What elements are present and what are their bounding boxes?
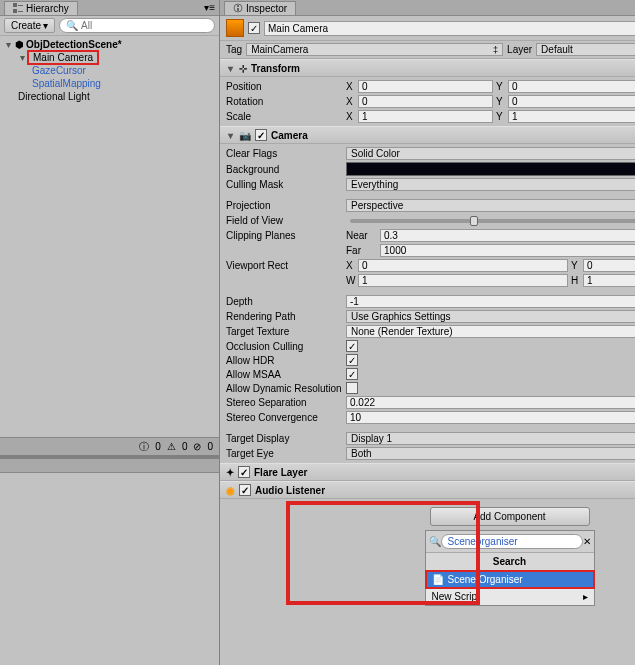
- tag-label: Tag: [226, 44, 242, 55]
- scene-root[interactable]: ▾ ⬢ ObjDetectionScene*: [0, 38, 219, 51]
- camera-header[interactable]: ▾ 📷 Camera 🛈 ⚙: [220, 126, 635, 144]
- camera-icon: 📷: [239, 130, 251, 141]
- position-x[interactable]: [358, 80, 493, 93]
- background-color[interactable]: [346, 162, 635, 176]
- rotation-x[interactable]: [358, 95, 493, 108]
- viewport-y[interactable]: [583, 259, 635, 272]
- hierarchy-tree: ▾ ⬢ ObjDetectionScene* ▾ Main Camera Gaz…: [0, 36, 219, 437]
- target-eye-dropdown[interactable]: Both: [346, 447, 635, 460]
- flare-icon: ✦: [226, 467, 234, 478]
- occlusion-checkbox[interactable]: [346, 340, 358, 352]
- warn-icon: ⚠: [167, 441, 176, 452]
- hierarchy-icon: [13, 3, 23, 13]
- expand-icon[interactable]: ▾: [226, 131, 235, 140]
- svg-rect-5: [237, 5, 239, 7]
- create-button[interactable]: Create ▾: [4, 18, 55, 33]
- stereo-sep-value[interactable]: [346, 396, 635, 409]
- hierarchy-search-input[interactable]: [81, 20, 208, 31]
- projection-dropdown[interactable]: Perspective: [346, 199, 635, 212]
- hierarchy-tab-bar: Hierarchy ▾≡: [0, 0, 219, 16]
- viewport-w[interactable]: [358, 274, 568, 287]
- tag-dropdown[interactable]: MainCamera: [246, 43, 503, 56]
- rotation-label: Rotation: [226, 96, 342, 107]
- inspector-tab[interactable]: Inspector: [224, 1, 296, 15]
- viewport-x[interactable]: [358, 259, 568, 272]
- fov-slider[interactable]: [350, 219, 635, 223]
- target-texture-field[interactable]: None (Render Texture): [346, 325, 635, 338]
- rotation-y[interactable]: [508, 95, 635, 108]
- hierarchy-search[interactable]: 🔍: [59, 18, 215, 33]
- svg-rect-0: [13, 3, 17, 7]
- transform-header[interactable]: ▾ ⊹ Transform 🛈 ⚙: [220, 59, 635, 77]
- tree-item-directional-light[interactable]: Directional Light: [14, 90, 219, 103]
- inspector-tab-label: Inspector: [246, 3, 287, 14]
- svg-rect-6: [237, 8, 239, 11]
- search-result-scene-organiser[interactable]: 📄 Scene Organiser: [426, 571, 594, 588]
- expand-icon[interactable]: ▾: [226, 64, 235, 73]
- add-component-popup: 🔍 ✕ Search 📄 Scene Organiser New Script …: [425, 530, 595, 606]
- dynres-checkbox[interactable]: [346, 382, 358, 394]
- flare-enabled-checkbox[interactable]: [238, 466, 250, 478]
- hierarchy-toolbar: Create ▾ 🔍: [0, 16, 219, 36]
- clear-flags-dropdown[interactable]: Solid Color: [346, 147, 635, 160]
- hierarchy-tab[interactable]: Hierarchy: [4, 1, 78, 15]
- tree-item-spatial-mapping[interactable]: SpatialMapping: [28, 77, 219, 90]
- position-y[interactable]: [508, 80, 635, 93]
- script-icon: 📄: [432, 574, 444, 585]
- camera-enabled-checkbox[interactable]: [255, 129, 267, 141]
- scale-label: Scale: [226, 111, 342, 122]
- audio-icon: ◉: [226, 485, 235, 496]
- svg-rect-3: [18, 11, 23, 12]
- audio-enabled-checkbox[interactable]: [239, 484, 251, 496]
- search-icon: 🔍: [429, 536, 441, 547]
- panel-menu-icon[interactable]: ▾≡: [204, 2, 215, 13]
- lower-panel: [0, 455, 219, 665]
- msaa-checkbox[interactable]: [346, 368, 358, 380]
- inspector-icon: [233, 3, 243, 13]
- svg-rect-1: [18, 5, 23, 6]
- unity-logo-icon: ⬢: [15, 39, 24, 50]
- transform-icon: ⊹: [239, 63, 247, 74]
- gameobject-name-input[interactable]: [264, 21, 635, 36]
- clear-icon[interactable]: ✕: [583, 536, 591, 547]
- layer-label: Layer: [507, 44, 532, 55]
- chevron-down-icon: ▾: [43, 20, 48, 31]
- hdr-checkbox[interactable]: [346, 354, 358, 366]
- position-label: Position: [226, 81, 342, 92]
- gameobject-icon[interactable]: [226, 19, 244, 37]
- hierarchy-status-bar: ⓘ0 ⚠0 ⊘0: [0, 437, 219, 455]
- audio-listener-header[interactable]: ◉ Audio Listener 🛈 ⚙: [220, 481, 635, 499]
- scene-name: ObjDetectionScene*: [26, 39, 122, 50]
- rendering-path-dropdown[interactable]: Use Graphics Settings: [346, 310, 635, 323]
- layer-dropdown[interactable]: Default: [536, 43, 635, 56]
- inspector-tab-bar: Inspector 🔒 ▾≡: [220, 0, 635, 16]
- selected-highlight: Main Camera: [29, 52, 97, 63]
- search-result-new-script[interactable]: New Script ▸: [426, 588, 594, 605]
- target-display-dropdown[interactable]: Display 1: [346, 432, 635, 445]
- svg-rect-2: [13, 9, 17, 13]
- error-icon: ⊘: [193, 441, 201, 452]
- culling-mask-dropdown[interactable]: Everything: [346, 178, 635, 191]
- add-component-area: Add Component 🔍 ✕ Search 📄 Scene Organis…: [220, 499, 635, 665]
- expand-icon[interactable]: ▾: [4, 40, 13, 49]
- flare-layer-header[interactable]: ✦ Flare Layer 🛈 ⚙: [220, 463, 635, 481]
- stereo-conv-value[interactable]: [346, 411, 635, 424]
- depth-value[interactable]: [346, 295, 635, 308]
- tree-item-gaze-cursor[interactable]: GazeCursor: [28, 64, 219, 77]
- search-icon: 🔍: [66, 20, 78, 31]
- far-value[interactable]: [380, 244, 635, 257]
- tree-item-main-camera[interactable]: ▾ Main Camera: [14, 51, 219, 64]
- add-component-button[interactable]: Add Component: [430, 507, 590, 526]
- gameobject-header: Static ▾: [220, 16, 635, 41]
- hierarchy-tab-label: Hierarchy: [26, 3, 69, 14]
- scale-y[interactable]: [508, 110, 635, 123]
- expand-icon[interactable]: ▾: [18, 53, 27, 62]
- scale-x[interactable]: [358, 110, 493, 123]
- search-header: Search: [426, 552, 594, 571]
- component-search-input[interactable]: [441, 534, 583, 549]
- near-value[interactable]: [380, 229, 635, 242]
- submenu-arrow-icon: ▸: [583, 591, 588, 602]
- viewport-h[interactable]: [583, 274, 635, 287]
- active-checkbox[interactable]: [248, 22, 260, 34]
- info-icon: ⓘ: [139, 440, 149, 454]
